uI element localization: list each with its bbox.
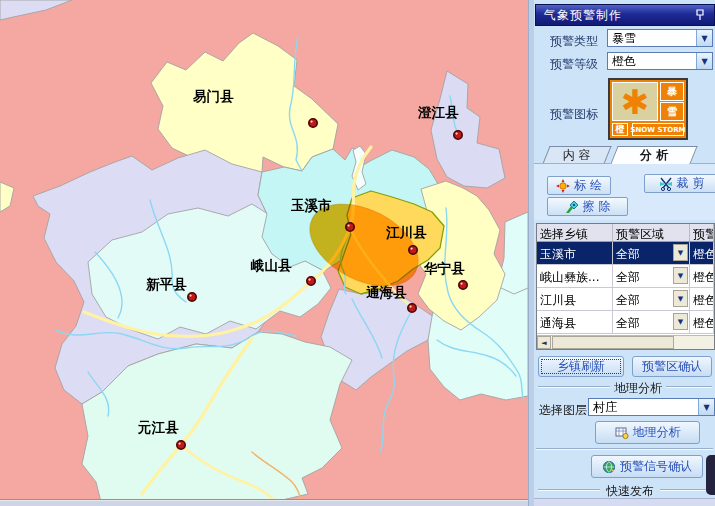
layer-value: 村庄: [589, 399, 698, 416]
township-refresh-button[interactable]: 乡镇刷新: [538, 356, 624, 377]
signal-confirm-button[interactable]: 预警信号确认: [591, 455, 703, 478]
cell-level: 橙色: [690, 265, 714, 287]
geo-group-label: 地理分析: [614, 380, 662, 397]
scissors-icon: [659, 177, 673, 191]
warning-caption: SNOW STORM: [632, 123, 684, 136]
warning-panel: 气象预警制作 预警类型 暴雪 ▼ 预警等级 橙色 ▼ 预警图标 ✱ 暴 雪 橙 …: [534, 0, 715, 506]
pin-icon[interactable]: [694, 9, 706, 21]
panel-titlebar: 气象预警制作: [535, 4, 715, 26]
city-marker: [346, 223, 354, 231]
tab-content[interactable]: 内 容: [542, 146, 611, 164]
section-divider: [536, 448, 713, 450]
city-marker: [408, 304, 416, 312]
warning-type-label: 预警类型: [550, 33, 598, 50]
geo-analyze-icon: [615, 426, 629, 440]
map-canvas[interactable]: 易门县澄江县玉溪市江川县峨山县华宁县新平县通海县元江县: [0, 0, 528, 500]
map-label: 江川县: [385, 224, 427, 240]
tab-analysis[interactable]: 分 析: [610, 146, 697, 164]
map-label: 通海县: [366, 284, 407, 300]
table-row[interactable]: 江川县全部▼橙色: [537, 288, 714, 311]
warning-name-cells: 暴 雪: [660, 82, 684, 121]
warning-level-select[interactable]: 橙色 ▼: [607, 52, 713, 70]
panel-bottom-strip: [534, 498, 715, 506]
map-label: 新平县: [145, 276, 187, 292]
cell-area: 全部▼: [613, 288, 690, 310]
warning-icon-label: 预警图标: [550, 106, 598, 123]
warning-area-confirm-button[interactable]: 预警区确认: [632, 356, 712, 377]
warning-icon: ✱ 暴 雪 橙 SNOW STORM: [608, 78, 688, 140]
warning-name-top: 暴: [660, 82, 684, 101]
plot-button[interactable]: 标 绘: [547, 176, 611, 195]
cell-level: 橙色: [690, 242, 714, 264]
cell-level: 橙色: [690, 311, 714, 333]
scrollbar-thumb[interactable]: [552, 336, 674, 349]
table-row[interactable]: 玉溪市全部▼橙色: [537, 242, 714, 265]
city-marker: [459, 281, 467, 289]
plot-icon: [556, 179, 570, 193]
area-dropdown-icon[interactable]: ▼: [673, 267, 688, 284]
map-svg: 易门县澄江县玉溪市江川县峨山县华宁县新平县通海县元江县: [0, 0, 528, 500]
cell-level: 橙色: [690, 288, 714, 310]
group-line: [538, 386, 610, 388]
chevron-down-icon[interactable]: ▼: [696, 30, 712, 46]
app-window: 易门县澄江县玉溪市江川县峨山县华宁县新平县通海县元江县 气象预警制作 预警类型 …: [0, 0, 715, 506]
city-marker: [177, 441, 185, 449]
map-label: 华宁县: [423, 260, 465, 276]
cell-area: 全部▼: [613, 311, 690, 333]
cell-area: 全部▼: [613, 242, 690, 264]
group-line: [666, 386, 712, 388]
city-marker: [188, 293, 196, 301]
col-header-level: 预警等: [690, 224, 714, 241]
warning-type-select[interactable]: 暴雪 ▼: [607, 29, 713, 47]
table-row[interactable]: 峨山彝族...全部▼橙色: [537, 265, 714, 288]
group-line: [538, 489, 600, 491]
horizontal-scrollbar[interactable]: ◄: [537, 335, 714, 349]
warning-level-value: 橙色: [608, 53, 696, 70]
cell-area: 全部▼: [613, 265, 690, 287]
township-table: 选择乡镇 预警区域 预警等 玉溪市全部▼橙色峨山彝族...全部▼橙色江川县全部▼…: [536, 223, 715, 350]
cell-town: 玉溪市: [537, 242, 613, 264]
geo-analyze-button[interactable]: 地理分析: [595, 421, 700, 444]
snowflake-icon: ✱: [612, 82, 658, 121]
map-label: 澄江县: [417, 104, 459, 120]
scroll-left-icon[interactable]: ◄: [537, 336, 551, 349]
layer-select-label: 选择图层: [539, 402, 587, 419]
warning-level-label: 预警等级: [550, 56, 598, 73]
cell-town: 峨山彝族...: [537, 265, 613, 287]
area-dropdown-icon[interactable]: ▼: [673, 244, 688, 261]
chevron-down-icon[interactable]: ▼: [698, 399, 714, 415]
panel-title: 气象预警制作: [544, 7, 694, 24]
chevron-down-icon[interactable]: ▼: [696, 53, 712, 69]
cell-town: 江川县: [537, 288, 613, 310]
city-marker: [307, 277, 315, 285]
city-marker: [454, 131, 462, 139]
map-label: 玉溪市: [290, 197, 332, 214]
map-label: 峨山县: [250, 257, 292, 273]
crop-button[interactable]: 裁 剪: [644, 174, 715, 193]
map-label: 元江县: [137, 419, 179, 435]
clipped-dark-button[interactable]: [706, 455, 715, 495]
map-label: 易门县: [192, 88, 234, 104]
group-line: [660, 489, 706, 491]
layer-select[interactable]: 村庄 ▼: [588, 398, 715, 416]
area-dropdown-icon[interactable]: ▼: [673, 313, 688, 330]
col-header-area: 预警区域: [613, 224, 690, 241]
city-marker: [309, 119, 317, 127]
cell-town: 通海县: [537, 311, 613, 333]
table-row[interactable]: 通海县全部▼橙色: [537, 311, 714, 334]
warning-type-value: 暴雪: [608, 30, 696, 47]
area-dropdown-icon[interactable]: ▼: [673, 290, 688, 307]
globe-icon: [602, 460, 616, 474]
table-body: 玉溪市全部▼橙色峨山彝族...全部▼橙色江川县全部▼橙色通海县全部▼橙色: [537, 242, 714, 334]
warning-level-char: 橙: [612, 123, 628, 136]
table-header: 选择乡镇 预警区域 预警等: [537, 224, 714, 242]
city-marker: [409, 246, 417, 254]
warning-name-bottom: 雪: [660, 102, 684, 121]
eraser-icon: [565, 200, 579, 214]
tab-strip: 内 容 分 析: [534, 146, 715, 164]
col-header-town: 选择乡镇: [537, 224, 613, 241]
erase-button[interactable]: 擦 除: [547, 197, 628, 216]
map-bottom-strip: [0, 501, 528, 506]
